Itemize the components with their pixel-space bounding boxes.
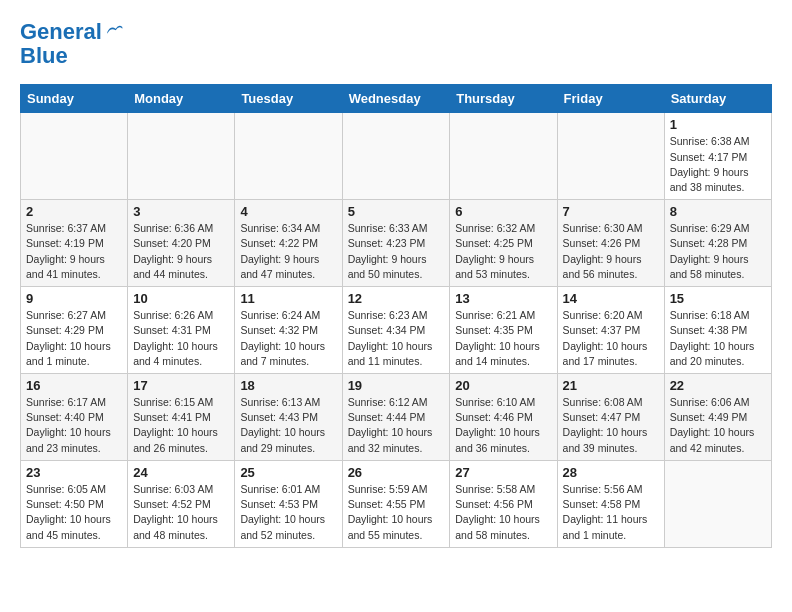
day-info: Sunrise: 6:24 AM Sunset: 4:32 PM Dayligh… bbox=[240, 308, 336, 369]
calendar-cell: 9Sunrise: 6:27 AM Sunset: 4:29 PM Daylig… bbox=[21, 287, 128, 374]
day-number: 21 bbox=[563, 378, 659, 393]
calendar-cell: 7Sunrise: 6:30 AM Sunset: 4:26 PM Daylig… bbox=[557, 200, 664, 287]
calendar-cell: 11Sunrise: 6:24 AM Sunset: 4:32 PM Dayli… bbox=[235, 287, 342, 374]
day-info: Sunrise: 6:37 AM Sunset: 4:19 PM Dayligh… bbox=[26, 221, 122, 282]
day-info: Sunrise: 6:05 AM Sunset: 4:50 PM Dayligh… bbox=[26, 482, 122, 543]
day-number: 25 bbox=[240, 465, 336, 480]
calendar-cell: 28Sunrise: 5:56 AM Sunset: 4:58 PM Dayli… bbox=[557, 460, 664, 547]
calendar-cell: 14Sunrise: 6:20 AM Sunset: 4:37 PM Dayli… bbox=[557, 287, 664, 374]
calendar-week-1: 1Sunrise: 6:38 AM Sunset: 4:17 PM Daylig… bbox=[21, 113, 772, 200]
day-number: 16 bbox=[26, 378, 122, 393]
logo-text: General bbox=[20, 20, 102, 44]
day-number: 10 bbox=[133, 291, 229, 306]
page-header: General Blue bbox=[20, 20, 772, 68]
calendar-cell: 13Sunrise: 6:21 AM Sunset: 4:35 PM Dayli… bbox=[450, 287, 557, 374]
weekday-header-row: SundayMondayTuesdayWednesdayThursdayFrid… bbox=[21, 85, 772, 113]
calendar-cell: 18Sunrise: 6:13 AM Sunset: 4:43 PM Dayli… bbox=[235, 374, 342, 461]
calendar-cell: 1Sunrise: 6:38 AM Sunset: 4:17 PM Daylig… bbox=[664, 113, 771, 200]
day-info: Sunrise: 5:58 AM Sunset: 4:56 PM Dayligh… bbox=[455, 482, 551, 543]
calendar-cell: 3Sunrise: 6:36 AM Sunset: 4:20 PM Daylig… bbox=[128, 200, 235, 287]
day-number: 9 bbox=[26, 291, 122, 306]
day-info: Sunrise: 5:56 AM Sunset: 4:58 PM Dayligh… bbox=[563, 482, 659, 543]
day-info: Sunrise: 6:29 AM Sunset: 4:28 PM Dayligh… bbox=[670, 221, 766, 282]
day-number: 22 bbox=[670, 378, 766, 393]
day-number: 27 bbox=[455, 465, 551, 480]
logo-blue-text: Blue bbox=[20, 44, 124, 68]
day-number: 8 bbox=[670, 204, 766, 219]
day-info: Sunrise: 6:10 AM Sunset: 4:46 PM Dayligh… bbox=[455, 395, 551, 456]
day-number: 1 bbox=[670, 117, 766, 132]
day-info: Sunrise: 6:17 AM Sunset: 4:40 PM Dayligh… bbox=[26, 395, 122, 456]
day-info: Sunrise: 6:34 AM Sunset: 4:22 PM Dayligh… bbox=[240, 221, 336, 282]
weekday-header-friday: Friday bbox=[557, 85, 664, 113]
day-number: 13 bbox=[455, 291, 551, 306]
day-number: 28 bbox=[563, 465, 659, 480]
day-info: Sunrise: 6:38 AM Sunset: 4:17 PM Dayligh… bbox=[670, 134, 766, 195]
day-number: 26 bbox=[348, 465, 445, 480]
calendar-cell: 2Sunrise: 6:37 AM Sunset: 4:19 PM Daylig… bbox=[21, 200, 128, 287]
calendar-week-5: 23Sunrise: 6:05 AM Sunset: 4:50 PM Dayli… bbox=[21, 460, 772, 547]
day-info: Sunrise: 6:06 AM Sunset: 4:49 PM Dayligh… bbox=[670, 395, 766, 456]
calendar-cell: 17Sunrise: 6:15 AM Sunset: 4:41 PM Dayli… bbox=[128, 374, 235, 461]
calendar-cell: 16Sunrise: 6:17 AM Sunset: 4:40 PM Dayli… bbox=[21, 374, 128, 461]
calendar-cell bbox=[342, 113, 450, 200]
calendar-cell: 8Sunrise: 6:29 AM Sunset: 4:28 PM Daylig… bbox=[664, 200, 771, 287]
calendar-cell: 23Sunrise: 6:05 AM Sunset: 4:50 PM Dayli… bbox=[21, 460, 128, 547]
day-number: 14 bbox=[563, 291, 659, 306]
day-info: Sunrise: 6:08 AM Sunset: 4:47 PM Dayligh… bbox=[563, 395, 659, 456]
day-number: 17 bbox=[133, 378, 229, 393]
day-info: Sunrise: 6:18 AM Sunset: 4:38 PM Dayligh… bbox=[670, 308, 766, 369]
day-number: 5 bbox=[348, 204, 445, 219]
day-info: Sunrise: 6:15 AM Sunset: 4:41 PM Dayligh… bbox=[133, 395, 229, 456]
day-info: Sunrise: 6:12 AM Sunset: 4:44 PM Dayligh… bbox=[348, 395, 445, 456]
calendar-cell: 5Sunrise: 6:33 AM Sunset: 4:23 PM Daylig… bbox=[342, 200, 450, 287]
day-info: Sunrise: 6:20 AM Sunset: 4:37 PM Dayligh… bbox=[563, 308, 659, 369]
calendar-cell: 25Sunrise: 6:01 AM Sunset: 4:53 PM Dayli… bbox=[235, 460, 342, 547]
calendar-cell bbox=[235, 113, 342, 200]
calendar-cell bbox=[128, 113, 235, 200]
day-number: 19 bbox=[348, 378, 445, 393]
weekday-header-tuesday: Tuesday bbox=[235, 85, 342, 113]
calendar-cell: 26Sunrise: 5:59 AM Sunset: 4:55 PM Dayli… bbox=[342, 460, 450, 547]
day-info: Sunrise: 5:59 AM Sunset: 4:55 PM Dayligh… bbox=[348, 482, 445, 543]
day-number: 23 bbox=[26, 465, 122, 480]
weekday-header-saturday: Saturday bbox=[664, 85, 771, 113]
day-info: Sunrise: 6:33 AM Sunset: 4:23 PM Dayligh… bbox=[348, 221, 445, 282]
calendar-cell: 15Sunrise: 6:18 AM Sunset: 4:38 PM Dayli… bbox=[664, 287, 771, 374]
calendar-cell: 21Sunrise: 6:08 AM Sunset: 4:47 PM Dayli… bbox=[557, 374, 664, 461]
calendar-cell: 27Sunrise: 5:58 AM Sunset: 4:56 PM Dayli… bbox=[450, 460, 557, 547]
weekday-header-wednesday: Wednesday bbox=[342, 85, 450, 113]
calendar-cell: 22Sunrise: 6:06 AM Sunset: 4:49 PM Dayli… bbox=[664, 374, 771, 461]
day-number: 15 bbox=[670, 291, 766, 306]
calendar-cell: 12Sunrise: 6:23 AM Sunset: 4:34 PM Dayli… bbox=[342, 287, 450, 374]
day-number: 12 bbox=[348, 291, 445, 306]
day-info: Sunrise: 6:27 AM Sunset: 4:29 PM Dayligh… bbox=[26, 308, 122, 369]
calendar-cell: 6Sunrise: 6:32 AM Sunset: 4:25 PM Daylig… bbox=[450, 200, 557, 287]
day-number: 7 bbox=[563, 204, 659, 219]
weekday-header-thursday: Thursday bbox=[450, 85, 557, 113]
day-info: Sunrise: 6:23 AM Sunset: 4:34 PM Dayligh… bbox=[348, 308, 445, 369]
day-info: Sunrise: 6:21 AM Sunset: 4:35 PM Dayligh… bbox=[455, 308, 551, 369]
calendar-cell bbox=[557, 113, 664, 200]
day-number: 6 bbox=[455, 204, 551, 219]
calendar-cell: 20Sunrise: 6:10 AM Sunset: 4:46 PM Dayli… bbox=[450, 374, 557, 461]
logo: General Blue bbox=[20, 20, 124, 68]
weekday-header-sunday: Sunday bbox=[21, 85, 128, 113]
day-info: Sunrise: 6:03 AM Sunset: 4:52 PM Dayligh… bbox=[133, 482, 229, 543]
calendar-cell bbox=[450, 113, 557, 200]
day-info: Sunrise: 6:32 AM Sunset: 4:25 PM Dayligh… bbox=[455, 221, 551, 282]
calendar-cell bbox=[21, 113, 128, 200]
day-info: Sunrise: 6:13 AM Sunset: 4:43 PM Dayligh… bbox=[240, 395, 336, 456]
calendar-week-2: 2Sunrise: 6:37 AM Sunset: 4:19 PM Daylig… bbox=[21, 200, 772, 287]
weekday-header-monday: Monday bbox=[128, 85, 235, 113]
calendar-week-4: 16Sunrise: 6:17 AM Sunset: 4:40 PM Dayli… bbox=[21, 374, 772, 461]
calendar-week-3: 9Sunrise: 6:27 AM Sunset: 4:29 PM Daylig… bbox=[21, 287, 772, 374]
logo-icon bbox=[104, 22, 124, 42]
day-info: Sunrise: 6:01 AM Sunset: 4:53 PM Dayligh… bbox=[240, 482, 336, 543]
day-number: 4 bbox=[240, 204, 336, 219]
day-info: Sunrise: 6:26 AM Sunset: 4:31 PM Dayligh… bbox=[133, 308, 229, 369]
day-info: Sunrise: 6:36 AM Sunset: 4:20 PM Dayligh… bbox=[133, 221, 229, 282]
calendar-cell: 24Sunrise: 6:03 AM Sunset: 4:52 PM Dayli… bbox=[128, 460, 235, 547]
day-number: 3 bbox=[133, 204, 229, 219]
calendar-cell bbox=[664, 460, 771, 547]
